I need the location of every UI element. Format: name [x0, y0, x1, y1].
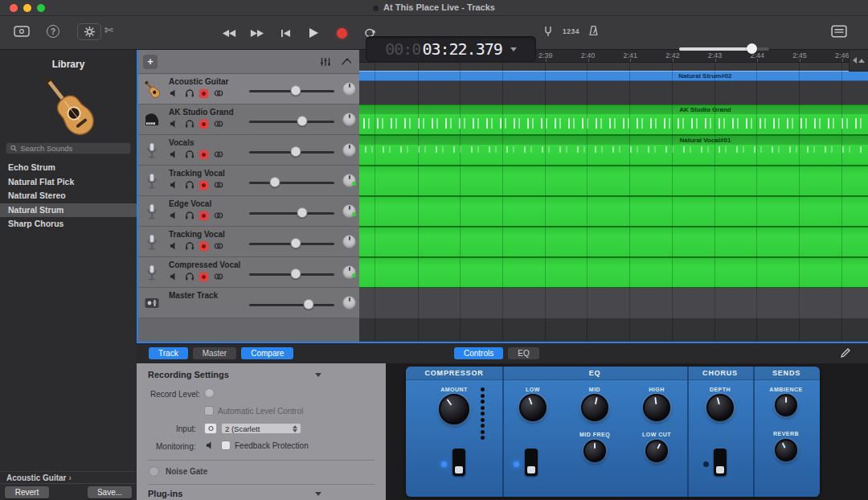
- collapse-chevron-icon[interactable]: [315, 373, 321, 377]
- library-item[interactable]: Echo Strum: [0, 161, 137, 175]
- noise-gate-toggle[interactable]: [149, 466, 159, 477]
- record-enable-button[interactable]: [199, 211, 208, 220]
- pan-knob[interactable]: [342, 235, 356, 248]
- monitoring-button[interactable]: [204, 441, 215, 450]
- track-header[interactable]: Edge Vocal: [137, 196, 359, 227]
- automatic-level-checkbox[interactable]: [204, 406, 214, 416]
- solo-button[interactable]: [184, 273, 194, 281]
- lcd-display[interactable]: 00:0 03:22.379: [366, 36, 536, 62]
- audio-region[interactable]: [359, 257, 868, 288]
- mute-button[interactable]: [169, 273, 179, 281]
- library-item[interactable]: Natural Strum: [0, 203, 137, 218]
- library-toggle-button[interactable]: [10, 23, 34, 40]
- audio-region[interactable]: AK Studio Grand: [359, 105, 868, 135]
- solo-button[interactable]: [184, 120, 194, 129]
- track-volume-slider[interactable]: [249, 88, 334, 94]
- input-monitor-button[interactable]: [213, 89, 223, 98]
- input-format-button[interactable]: [204, 423, 217, 434]
- eq-mid-knob[interactable]: [581, 394, 608, 421]
- track-volume-slider[interactable]: [249, 210, 334, 216]
- editor-button[interactable]: ✄: [104, 24, 113, 36]
- tab-compare[interactable]: Compare: [241, 347, 293, 359]
- sends-ambience-knob[interactable]: [775, 394, 797, 416]
- record-enable-button[interactable]: [199, 89, 208, 98]
- track-header[interactable]: Acoustic Guitar: [137, 74, 359, 105]
- input-monitor-button[interactable]: [213, 273, 223, 281]
- automation-button[interactable]: [338, 55, 354, 68]
- eq-mid-freq-knob[interactable]: [583, 440, 606, 462]
- chorus-depth-knob[interactable]: [706, 394, 734, 421]
- play-button[interactable]: [303, 24, 324, 42]
- record-enable-button[interactable]: [199, 273, 208, 281]
- volume-knob[interactable]: [747, 43, 757, 54]
- library-item[interactable]: Sharp Chorus: [0, 217, 137, 232]
- pan-knob[interactable]: [342, 265, 356, 279]
- input-monitor-button[interactable]: [213, 120, 223, 129]
- input-monitor-button[interactable]: [213, 181, 223, 190]
- volume-knob[interactable]: [297, 207, 307, 218]
- eq-toggle[interactable]: [525, 449, 538, 476]
- add-track-button[interactable]: +: [143, 55, 158, 69]
- volume-knob[interactable]: [291, 146, 301, 157]
- track-header[interactable]: Tracking Vocal: [137, 166, 359, 196]
- volume-knob[interactable]: [297, 116, 307, 126]
- track-volume-slider[interactable]: [249, 149, 334, 155]
- track-volume-slider[interactable]: [249, 240, 334, 247]
- track-volume-slider[interactable]: [249, 179, 334, 186]
- search-input[interactable]: [20, 144, 126, 153]
- track-header[interactable]: Vocals: [137, 135, 359, 166]
- record-enable-button[interactable]: [199, 150, 208, 159]
- track-volume-slider[interactable]: [249, 301, 334, 308]
- solo-button[interactable]: [184, 150, 194, 159]
- volume-knob[interactable]: [269, 177, 280, 187]
- mixer-button[interactable]: [317, 55, 334, 68]
- record-enable-button[interactable]: [199, 242, 208, 251]
- solo-button[interactable]: [184, 211, 194, 220]
- track-volume-slider[interactable]: [249, 271, 334, 277]
- audio-region[interactable]: [359, 196, 868, 227]
- tuner-button[interactable]: [543, 25, 553, 38]
- solo-button[interactable]: [184, 242, 194, 251]
- track-header[interactable]: Master Track: [137, 288, 359, 318]
- compressor-toggle[interactable]: [452, 449, 465, 476]
- master-track-lane[interactable]: [359, 288, 868, 318]
- audio-region[interactable]: [359, 227, 868, 257]
- rewind-button[interactable]: [219, 24, 240, 42]
- eq-high-knob[interactable]: [643, 394, 670, 421]
- quick-help-button[interactable]: ?: [47, 25, 59, 38]
- solo-button[interactable]: [184, 89, 194, 98]
- library-item[interactable]: Natural Stereo: [0, 189, 137, 203]
- pan-knob[interactable]: [342, 296, 356, 309]
- input-monitor-button[interactable]: [213, 211, 223, 220]
- input-monitor-button[interactable]: [213, 150, 223, 159]
- track-header[interactable]: Compressed Vocal: [137, 257, 359, 288]
- track-volume-slider[interactable]: [249, 118, 334, 125]
- notepad-button[interactable]: [831, 25, 847, 38]
- volume-knob[interactable]: [291, 238, 301, 248]
- mute-button[interactable]: [169, 242, 179, 251]
- track-header[interactable]: Tracking Vocal: [137, 227, 359, 257]
- forward-button[interactable]: [247, 24, 268, 42]
- track-header[interactable]: AK Studio Grand: [137, 105, 359, 135]
- input-source-dropdown[interactable]: 2 (Scarlett: [221, 423, 301, 434]
- compressor-amount-knob[interactable]: [439, 394, 469, 424]
- chevron-down-icon[interactable]: [510, 47, 517, 51]
- pan-knob[interactable]: [342, 204, 356, 218]
- count-in-button[interactable]: 1234: [563, 27, 579, 35]
- pan-knob[interactable]: [342, 113, 356, 126]
- smart-controls-edit-button[interactable]: [837, 346, 854, 359]
- volume-knob[interactable]: [304, 299, 314, 309]
- record-level-knob[interactable]: [204, 388, 215, 399]
- mute-button[interactable]: [169, 211, 179, 220]
- volume-knob[interactable]: [291, 85, 301, 96]
- input-monitor-button[interactable]: [213, 242, 223, 251]
- search-field[interactable]: [6, 142, 131, 154]
- library-breadcrumb[interactable]: Acoustic Guitar›: [0, 471, 137, 483]
- volume-knob[interactable]: [291, 268, 301, 279]
- audio-region[interactable]: Natural Strum#02: [359, 71, 868, 81]
- solo-button[interactable]: [184, 181, 194, 190]
- revert-button[interactable]: Revert: [5, 486, 49, 498]
- record-enable-button[interactable]: [199, 120, 208, 129]
- go-to-beginning-button[interactable]: [275, 24, 296, 42]
- zoom-corner-widget[interactable]: [849, 50, 868, 72]
